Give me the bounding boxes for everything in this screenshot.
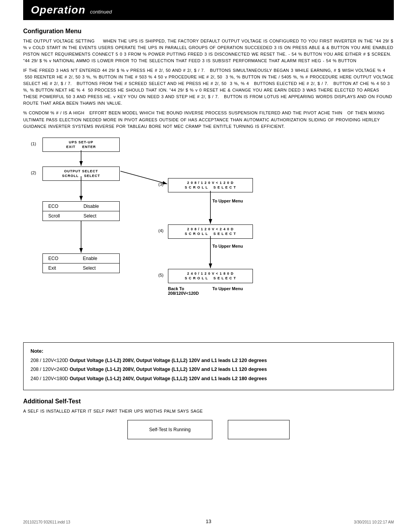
step4-line2: S C R O L L S E L E C T xyxy=(171,231,249,236)
step3-line1: 2 0 8 / 1 2 0 V < 1 2 0 D xyxy=(171,180,249,185)
step1-num: (1) xyxy=(31,141,36,146)
note-box: Note: 208 / 120V<120D Output Voltage (L1… xyxy=(23,342,394,390)
step3-num: (3) xyxy=(158,182,163,187)
page: Operation continued Configuration Menu T… xyxy=(0,0,417,532)
eco-label-1: ECO xyxy=(43,202,78,211)
config-menu-title: Configuration Menu xyxy=(23,28,394,35)
step5-line2: S C R O L L S E L E C T xyxy=(171,276,249,281)
disable-label: Disable xyxy=(78,202,119,211)
selftest-running-label: Self-Test Is Running xyxy=(149,427,190,432)
note-line-3: 240 / 120V<180D Output Voltage (L1-L2) 2… xyxy=(31,375,386,382)
note-label: Note: xyxy=(31,348,386,354)
enable-label: Enable xyxy=(78,254,119,263)
step1-line2: EXIT ENTER xyxy=(46,144,116,150)
step2-line1: OUTPUT SELECT xyxy=(46,169,116,174)
config-para-1: THE OUTPUT VOLTAGE SETTING WHEN THE UPS … xyxy=(23,38,394,64)
selftest-empty-box xyxy=(228,420,290,439)
config-para-3: % CONDOM % # / IS A HIGH EFFORT BEEN MOD… xyxy=(23,110,394,129)
header-bar: Operation continued xyxy=(23,0,394,20)
selftest-running-box: Self-Test Is Running xyxy=(127,420,212,439)
exit-label: Exit xyxy=(43,263,78,273)
header-title: Operation xyxy=(31,4,85,16)
to-upper-menu-4: To Upper Menu xyxy=(212,244,243,248)
selftest-intro: A SELF IS INSTALLED AFTER IT SELF PART T… xyxy=(23,408,394,415)
step4-num: (4) xyxy=(158,228,163,233)
note-line-1: 208 / 120V<120D Output Voltage (L1-L2) 2… xyxy=(31,357,386,364)
select-label-2: Select xyxy=(78,263,119,273)
scroll-label-1: Scroll xyxy=(43,211,78,221)
to-upper-menu-3: To Upper Menu xyxy=(212,199,243,203)
step1-line1: UPS SET-UP xyxy=(46,140,116,145)
eco-table-enable: ECO Enable Exit Select xyxy=(42,253,120,273)
step2-num: (2) xyxy=(31,170,36,175)
selftest-section: Additional Self-Test A SELF IS INSTALLED… xyxy=(23,398,394,439)
step2-box: OUTPUT SELECT SCROLL SELECT xyxy=(42,167,120,181)
footer-right: 3/30/2011 10:22:17 AM xyxy=(354,520,394,524)
footer-left: 201102170 932611.indd 13 xyxy=(23,520,70,524)
eco-table-disable: ECO Disable Scroll Select xyxy=(42,201,120,221)
page-number: 13 xyxy=(206,518,211,524)
note-line-2: 208 / 120V<240D Output Voltage (L1-L2) 2… xyxy=(31,366,386,373)
header-subtitle: continued xyxy=(90,9,112,15)
selftest-diagram: Self-Test Is Running xyxy=(23,420,394,439)
step1-box: UPS SET-UP EXIT ENTER xyxy=(42,138,120,152)
eco-label-2: ECO xyxy=(43,254,78,263)
step5-line1: 2 4 0 / 1 2 0 V < 1 8 0 D xyxy=(171,271,249,276)
to-upper-menu-5: To Upper Menu xyxy=(212,286,243,291)
step4-box: 2 0 8 / 1 2 0 V < 2 4 0 D S C R O L L S … xyxy=(168,224,253,239)
step5-num: (5) xyxy=(158,273,163,277)
step4-line1: 2 0 8 / 1 2 0 V < 2 4 0 D xyxy=(171,227,249,232)
config-para-2: IF THE FREED 3 HAS N'T ENTERED 44 29/ $ … xyxy=(23,67,394,107)
selftest-title: Additional Self-Test xyxy=(23,398,394,405)
step3-line2: S C R O L L S E L E C T xyxy=(171,185,249,190)
select-label-1: Select xyxy=(78,211,119,221)
step2-line2: SCROLL SELECT xyxy=(46,173,116,178)
diagram-container: (1) UPS SET-UP EXIT ENTER (2) OUTPUT SEL… xyxy=(23,134,394,335)
step3-box: 2 0 8 / 1 2 0 V < 1 2 0 D S C R O L L S … xyxy=(168,178,253,192)
back-to-label: Back To 208/120V<120D xyxy=(168,286,199,296)
step5-box: 2 4 0 / 1 2 0 V < 1 8 0 D S C R O L L S … xyxy=(168,269,253,283)
